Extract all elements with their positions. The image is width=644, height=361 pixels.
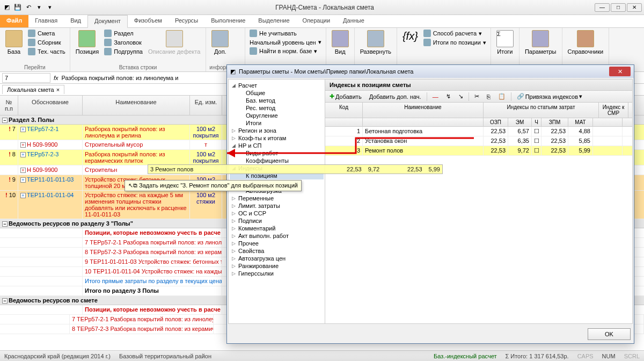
tab-document[interactable]: Документ: [87, 15, 128, 28]
tree-item[interactable]: Итоги: [230, 119, 324, 127]
redo-icon[interactable]: ▾: [34, 3, 44, 12]
tree-item[interactable]: Виды работ: [230, 149, 324, 157]
th-name[interactable]: Наименование: [363, 103, 484, 118]
index-row[interactable]: 1 Бетонная подготовка 22,53 6,57 ☐ 22,53…: [325, 127, 632, 136]
base-button[interactable]: База: [3, 29, 25, 56]
tree-caret-icon[interactable]: ▷: [232, 135, 237, 141]
tree-caret-icon[interactable]: ▷: [232, 218, 237, 223]
col-name[interactable]: Наименование: [83, 96, 190, 115]
paste-button[interactable]: 📋: [496, 92, 508, 101]
tree-caret-icon[interactable]: ▷: [232, 196, 237, 201]
copy-button[interactable]: ⎘: [485, 92, 493, 101]
section-button[interactable]: Раздел: [103, 29, 144, 38]
fx-label[interactable]: fx: [54, 75, 58, 81]
tab-physvolume[interactable]: Физобъем: [128, 15, 169, 27]
find-norm-button[interactable]: Найти в норм. базе ▾: [248, 47, 323, 55]
th-em[interactable]: ЭМ: [508, 118, 532, 126]
index-row[interactable]: 2 Установка окон 22,53 6,35 ☐ 22,53 5,85: [325, 136, 632, 146]
header-button[interactable]: Заголовок: [103, 38, 144, 47]
add-extra-button[interactable]: Добавить доп. нач.: [367, 92, 423, 101]
position-button[interactable]: Позиция: [74, 29, 101, 56]
tree-item[interactable]: ▷Переменные: [230, 194, 324, 202]
tab-file[interactable]: Файл: [0, 15, 28, 27]
tree-item[interactable]: ◢Расчет: [230, 82, 324, 89]
totals-button[interactable]: ΣИтоги: [494, 29, 516, 56]
tree-caret-icon[interactable]: ▷: [232, 271, 237, 276]
save-icon[interactable]: 💾: [13, 3, 23, 12]
tab-selection[interactable]: Выделение: [252, 15, 296, 27]
tree-caret-icon[interactable]: ▷: [232, 233, 237, 239]
tree-caret-icon[interactable]: ▷: [232, 248, 237, 254]
tree-caret-icon[interactable]: ▷: [232, 128, 237, 133]
ref-button[interactable]: Справочники: [566, 29, 606, 56]
tree-item[interactable]: Рес. метод: [230, 104, 324, 112]
cut-button[interactable]: ✂: [472, 92, 481, 101]
not-count-button[interactable]: Не учитывать: [248, 29, 323, 38]
tool-2[interactable]: ↘: [456, 92, 465, 101]
tree-item[interactable]: ◢НР и СП: [230, 142, 324, 149]
tree-item[interactable]: ▷Ранжирование: [230, 262, 324, 270]
expand-icon[interactable]: +: [20, 152, 26, 157]
tree-caret-icon[interactable]: ▷: [232, 226, 237, 231]
tab-resources[interactable]: Ресурсы: [169, 15, 204, 27]
tree-item[interactable]: Общие: [230, 89, 324, 97]
cell-ref-input[interactable]: [2, 73, 50, 83]
calc-method-button[interactable]: Способ расчета ▾: [422, 29, 487, 38]
subgroup-button[interactable]: Подгруппа: [103, 47, 144, 56]
view-button[interactable]: Вид: [330, 29, 351, 56]
dialog-close-button[interactable]: ✕: [609, 67, 631, 76]
more-info-button[interactable]: Доп.: [209, 29, 231, 56]
params-button[interactable]: Параметры: [523, 29, 559, 56]
col-no[interactable]: № п.п: [0, 96, 18, 115]
close-tab-icon[interactable]: ×: [56, 86, 60, 93]
delete-button[interactable]: —: [430, 92, 441, 101]
tree-item[interactable]: ▷Автозагрузка цен: [230, 255, 324, 262]
col-justification[interactable]: Обоснование: [18, 96, 83, 115]
add-button[interactable]: ✚Добавить: [327, 92, 364, 101]
tab-execution[interactable]: Выполнение: [204, 15, 252, 27]
tree-item[interactable]: ▷Гиперссылки: [230, 270, 324, 277]
expand-icon[interactable]: +: [20, 127, 26, 132]
tree-item[interactable]: ▷Лимит. затраты: [230, 202, 324, 210]
th-idx-smr[interactable]: Индекс к СМР: [599, 103, 628, 118]
index-table[interactable]: Код Наименование Индексы по статьям затр…: [325, 103, 632, 323]
collapse-icon[interactable]: −: [2, 221, 8, 227]
minimize-button[interactable]: —: [595, 3, 610, 12]
dialog-titlebar[interactable]: ◩ Параметры сметы - Мои сметы\Пример пап…: [227, 65, 634, 78]
tree-item[interactable]: ▷Подписи: [230, 217, 324, 225]
qat-more-icon[interactable]: ▾: [45, 3, 55, 12]
tech-part-button[interactable]: Тех. часть: [27, 47, 67, 56]
th-zpm[interactable]: ЗПМ: [541, 118, 568, 126]
tree-item[interactable]: Округление: [230, 112, 324, 119]
undo-icon[interactable]: ↶: [24, 3, 33, 12]
tree-item[interactable]: ▷Акт выполн. работ: [230, 232, 324, 240]
bind-indexes-button[interactable]: 🔗Привязка индексов ▾: [515, 92, 584, 101]
itogi-pos-button[interactable]: Итоги по позиции ▾: [422, 38, 487, 47]
index-row[interactable]: 3 Ремонт полов 22,53 9,72 ☐ 22,53 5,99: [325, 146, 632, 156]
tree-caret-icon[interactable]: ▷: [232, 241, 237, 246]
ok-button[interactable]: OK: [588, 328, 631, 340]
th-mat[interactable]: МАТ: [568, 118, 593, 126]
tool-1[interactable]: ↯: [444, 92, 453, 101]
expand-icon[interactable]: +: [20, 168, 26, 173]
tab-data[interactable]: Данные: [336, 15, 371, 27]
expand-button[interactable]: Развернуть: [358, 29, 393, 56]
tab-main[interactable]: Главная: [28, 15, 64, 27]
tree-item[interactable]: ▷Коэф-ты к итогам: [230, 134, 324, 142]
tree-caret-icon[interactable]: ▷: [232, 211, 237, 216]
tree-item[interactable]: ▷Свойства: [230, 247, 324, 255]
tree-caret-icon[interactable]: ▷: [232, 263, 237, 269]
dialog-tree[interactable]: ◢РасчетОбщиеБаз. методРес. методОкруглен…: [229, 80, 325, 323]
tree-item[interactable]: ▷Регион и зона: [230, 127, 324, 134]
defect-button[interactable]: Описание дефекта: [146, 29, 202, 56]
collapse-icon[interactable]: −: [2, 298, 8, 304]
tree-item[interactable]: ▷ОС и ССР: [230, 210, 324, 217]
th-ozp[interactable]: ОЗП: [484, 118, 508, 126]
th-code[interactable]: Код: [325, 103, 363, 118]
collapse-icon[interactable]: −: [2, 118, 8, 123]
tree-caret-icon[interactable]: ◢: [232, 83, 237, 88]
maximize-button[interactable]: □: [611, 3, 626, 12]
tree-item[interactable]: ▷Прочее: [230, 240, 324, 247]
expand-icon[interactable]: +: [20, 193, 26, 198]
tab-view[interactable]: Вид: [64, 15, 87, 27]
